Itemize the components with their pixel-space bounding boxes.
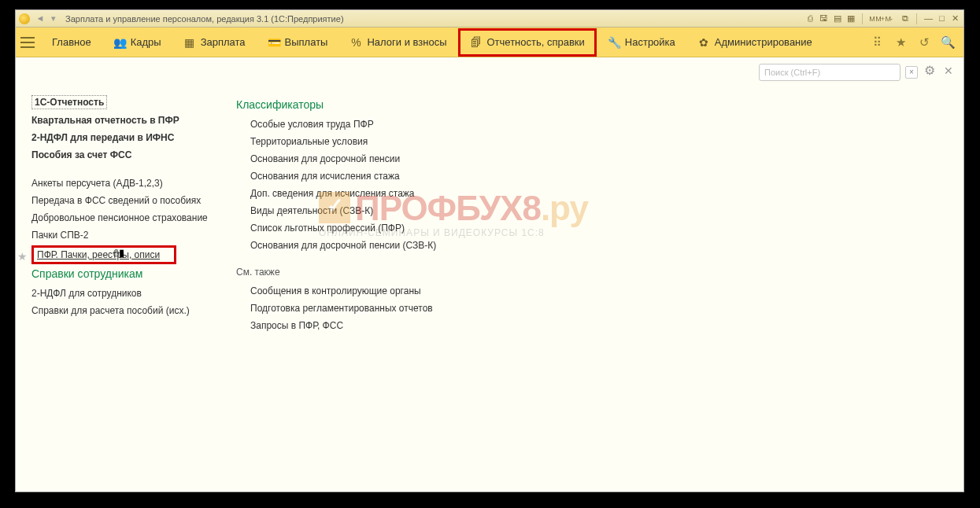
page-close-icon[interactable]: ✕ xyxy=(941,65,956,79)
percent-icon: % xyxy=(349,36,362,49)
link-early-pension[interactable]: Основания для досрочной пенсии xyxy=(250,150,948,167)
link-regulated-reports[interactable]: Подготовка регламентированных отчетов xyxy=(250,300,948,317)
global-search-icon[interactable]: 🔍 xyxy=(940,35,956,50)
nav-main[interactable]: Главное xyxy=(41,31,102,54)
nav-taxes-label: Налоги и взносы xyxy=(367,36,446,48)
link-seniority-extra[interactable]: Доп. сведения для исчисления стажа xyxy=(250,185,948,202)
link-territorial[interactable]: Территориальные условия xyxy=(250,133,948,150)
link-seniority-basis[interactable]: Основания для исчисления стажа xyxy=(250,167,948,185)
link-adv-forms[interactable]: Анкеты персучета (АДВ-1,2,3) xyxy=(31,175,236,192)
link-voluntary-pension[interactable]: Добровольное пенсионное страхование xyxy=(31,209,236,226)
link-spv2[interactable]: Пачки СПВ-2 xyxy=(31,226,236,244)
link-1c-reports[interactable]: 1С-Отчетность xyxy=(31,95,107,109)
tb-calc-icon[interactable]: ▤ xyxy=(832,13,842,24)
section-employee-refs: Справки сотрудникам xyxy=(31,264,236,285)
favorite-indicator-icon[interactable]: ★ xyxy=(17,250,28,263)
section-classifiers: Классификаторы xyxy=(236,95,948,116)
nav-salary-label: Зарплата xyxy=(201,36,246,48)
left-nav-column: 1С-Отчетность Квартальная отчетность в П… xyxy=(31,90,236,491)
nav-salary[interactable]: ▦ Зарплата xyxy=(172,31,257,54)
link-fss-benefits[interactable]: Пособия за счет ФСС xyxy=(31,146,236,164)
link-activity-types[interactable]: Виды деятельности (СЗВ-К) xyxy=(250,202,948,219)
right-content-column: ПРОФБУХ8.ру ОНЛАЙН-СЕМИНАРЫ И ВИДЕОКУРСЫ… xyxy=(236,90,948,491)
search-clear-button[interactable]: × xyxy=(905,66,918,79)
nav-staff-label: Кадры xyxy=(131,36,161,48)
gear-icon: ✿ xyxy=(697,36,710,49)
link-preferential-jobs[interactable]: Список льготных профессий (ПФР) xyxy=(250,219,948,237)
page-toolrow: Поиск (Ctrl+F) × ⚙ ✕ xyxy=(759,64,956,81)
nav-payments[interactable]: 💳 Выплаты xyxy=(257,31,339,54)
link-2ndfl-ifns[interactable]: 2-НДФЛ для передачи в ИФНС xyxy=(31,129,236,146)
people-icon: 👥 xyxy=(113,36,126,49)
window-title: Зарплата и управление персоналом, редакц… xyxy=(65,14,343,24)
window-maximize-icon[interactable]: □ xyxy=(937,13,947,24)
nav-staff[interactable]: 👥 Кадры xyxy=(102,31,172,54)
window-minimize-icon[interactable]: — xyxy=(923,13,934,24)
tb-memory-indicator[interactable]: M M+ M- xyxy=(869,15,892,23)
link-special-conditions[interactable]: Особые условия труда ПФР xyxy=(250,116,948,133)
favorite-star-icon[interactable]: ★ xyxy=(893,35,908,50)
tb-calendar-icon[interactable]: ▦ xyxy=(845,13,856,24)
nav-settings-label: Настройка xyxy=(625,36,675,48)
app-logo-icon xyxy=(19,13,30,24)
table-icon: ▦ xyxy=(183,36,196,49)
link-2ndfl-employees[interactable]: 2-НДФЛ для сотрудников xyxy=(31,285,236,302)
link-benefit-refs[interactable]: Справки для расчета пособий (исх.) xyxy=(31,302,236,319)
page-settings-icon[interactable]: ⚙ xyxy=(923,65,937,79)
nav-payments-label: Выплаты xyxy=(285,36,328,48)
link-fss-transfer[interactable]: Передача в ФСС сведений о пособиях xyxy=(31,192,236,209)
window-titlebar: ◄ ▾ Зарплата и управление персоналом, ре… xyxy=(16,10,963,28)
nav-admin[interactable]: ✿ Администрирование xyxy=(686,31,823,54)
link-early-pension-szvk[interactable]: Основания для досрочной пенсии (СЗВ-К) xyxy=(250,237,948,254)
doc-stack-icon: 🗐 xyxy=(470,36,483,49)
main-nav: Главное 👥 Кадры ▦ Зарплата 💳 Выплаты % Н… xyxy=(16,28,963,57)
tb-print-icon[interactable]: ⎙ xyxy=(805,13,815,24)
nav-taxes[interactable]: % Налоги и взносы xyxy=(338,31,457,54)
hamburger-icon[interactable] xyxy=(20,37,35,48)
nav-reports[interactable]: 🗐 Отчетность, справки xyxy=(458,28,597,57)
search-input[interactable]: Поиск (Ctrl+F) xyxy=(759,64,900,81)
link-pfr-packs-highlighted[interactable]: ПФР. Пачки, реестры, описи xyxy=(31,245,176,264)
link-pfr-quarterly[interactable]: Квартальная отчетность в ПФР xyxy=(31,112,236,129)
wrench-icon: 🔧 xyxy=(608,36,620,49)
tb-save-icon[interactable]: 🖫 xyxy=(819,13,829,24)
section-see-also: См. также xyxy=(236,254,948,282)
nav-admin-label: Администрирование xyxy=(715,36,812,48)
history-clock-icon[interactable]: ↺ xyxy=(916,35,932,50)
link-pfr-fss-requests[interactable]: Запросы в ПФР, ФСС xyxy=(250,317,948,334)
forward-icon[interactable]: ▾ xyxy=(48,13,59,24)
tb-attach-icon[interactable]: ⧉ xyxy=(900,13,910,24)
nav-main-label: Главное xyxy=(52,36,91,48)
card-icon: 💳 xyxy=(268,36,280,49)
nav-settings[interactable]: 🔧 Настройка xyxy=(597,31,686,54)
apps-grid-icon[interactable]: ⠿ xyxy=(869,35,885,50)
window-close-icon[interactable]: ✕ xyxy=(950,13,960,24)
nav-reports-label: Отчетность, справки xyxy=(487,36,585,48)
back-icon[interactable]: ◄ xyxy=(35,13,46,23)
link-messages-authorities[interactable]: Сообщения в контролирующие органы xyxy=(250,282,948,300)
history-arrows[interactable]: ◄ ▾ xyxy=(35,13,59,24)
content-area: Поиск (Ctrl+F) × ⚙ ✕ 1С-Отчетность Кварт… xyxy=(16,59,963,491)
